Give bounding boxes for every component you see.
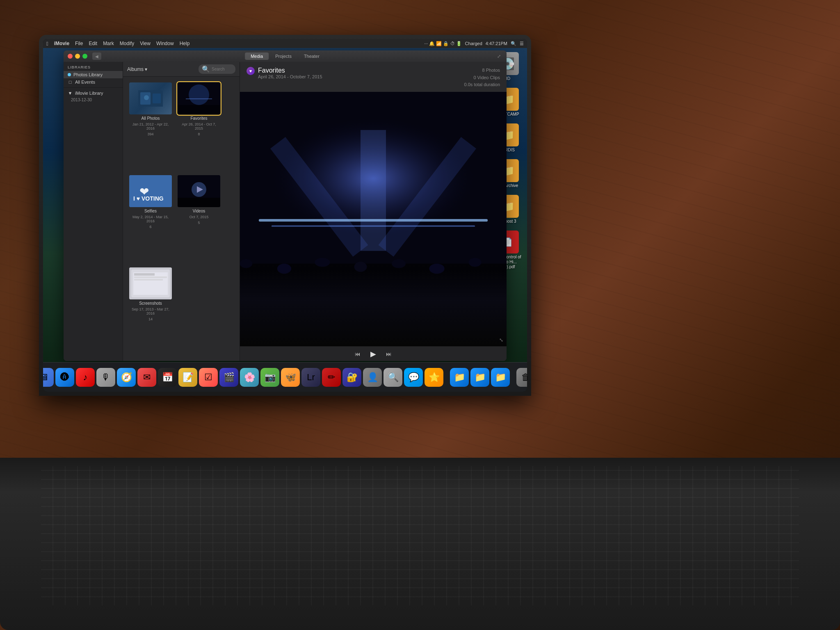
playback-controls: ⏮ ▶ ⏭	[240, 346, 507, 361]
dock-item-trash[interactable]: 🗑	[516, 368, 527, 387]
close-button[interactable]	[68, 54, 73, 59]
laptop-base	[0, 458, 840, 630]
dock-item-mail[interactable]: ✉	[137, 368, 156, 387]
screenshots-subtitle: Sep 17, 2013 - Mar 27, 2016	[129, 307, 172, 315]
dock-item-facetime[interactable]: 📷	[260, 368, 279, 387]
app-name-menu[interactable]: iMovie	[54, 41, 69, 46]
concert-crowd	[240, 270, 507, 346]
fullscreen-button[interactable]: ⤢	[495, 52, 502, 60]
selfies-thumbnail: ❤ I ♥ VOTING	[129, 175, 172, 207]
minimize-button[interactable]	[75, 54, 80, 59]
preview-title-group: Favorites April 26, 2014 - October 7, 20…	[258, 67, 464, 79]
svg-rect-8	[129, 175, 172, 207]
sidebar-item-photos-library[interactable]: Photos Library	[64, 71, 123, 78]
help-menu[interactable]: Help	[180, 41, 190, 46]
albums-panel: Albums ▾ 🔍	[123, 62, 240, 361]
dock-item-folder3[interactable]: 📁	[491, 368, 510, 387]
fullscreen-overlay-button[interactable]: ⤡	[499, 337, 503, 343]
rewind-button[interactable]: ⏮	[355, 351, 361, 357]
view-menu[interactable]: View	[140, 41, 151, 46]
tab-projects[interactable]: Projects	[269, 52, 297, 60]
dock-item-contacts[interactable]: 👤	[363, 368, 382, 387]
edit-menu[interactable]: Edit	[89, 41, 97, 46]
videos-subtitle: Oct 7, 2015	[189, 215, 209, 219]
albums-grid: All Photos Jan 21, 2012 - Apr 22, 2016 3…	[123, 77, 240, 361]
dock-item-photos[interactable]: 🌸	[240, 368, 259, 387]
play-button[interactable]: ▶	[370, 349, 376, 358]
dock-item-reminders[interactable]: ☑	[199, 368, 218, 387]
dock-item-music[interactable]: ♪	[76, 368, 95, 387]
album-screenshots[interactable]: Screenshots Sep 17, 2013 - Mar 27, 2016 …	[126, 265, 175, 358]
sidebar-divider	[64, 87, 123, 88]
dock-item-finder[interactable]: 🖥	[43, 368, 54, 387]
tab-media[interactable]: Media	[245, 52, 269, 60]
file-menu[interactable]: File	[75, 41, 83, 46]
dock-item-calendar[interactable]: 📅	[158, 368, 177, 387]
svg-rect-17	[133, 272, 168, 295]
album-selfies[interactable]: ❤ I ♥ VOTING Selfies May 2, 2014 - Mar 1…	[126, 173, 175, 265]
spotlight-icon[interactable]: 🔍	[511, 41, 516, 46]
title-bar: ◀ Media Projects Theater ⤢	[64, 50, 507, 62]
keyboard[interactable]	[41, 466, 799, 605]
maximize-button[interactable]	[82, 54, 87, 59]
sidebar-label-imovie-library: iMovie Library	[75, 91, 103, 96]
sidebar: Libraries Photos Library □ All Events ▼	[64, 62, 123, 361]
modify-menu[interactable]: Modify	[120, 41, 134, 46]
stat-video-clips: 0 Video Clips	[464, 74, 500, 82]
window-menu[interactable]: Window	[156, 41, 174, 46]
dock-item-1password[interactable]: 🔐	[342, 368, 361, 387]
all-photos-thumbnail	[129, 82, 172, 114]
videos-thumbnail	[178, 175, 220, 207]
photos-library-icon	[68, 73, 71, 76]
svg-point-36	[469, 258, 482, 267]
album-favorites[interactable]: Favorites Apr 26, 2014 - Oct 7, 2015 8	[175, 80, 223, 173]
sidebar-section-libraries: Libraries	[64, 62, 123, 71]
preview-header: ♥ Favorites April 26, 2014 - October 7, …	[240, 62, 507, 92]
main-content: Libraries Photos Library □ All Events ▼	[64, 62, 507, 361]
dock-item-safari[interactable]: 🧭	[117, 368, 136, 387]
forward-button[interactable]: ⏭	[386, 351, 392, 357]
siri-icon[interactable]: ☰	[520, 41, 524, 46]
dock-item-star[interactable]: ⭐	[425, 368, 443, 387]
selfies-thumb-img: ❤ I ♥ VOTING	[129, 175, 172, 207]
search-input[interactable]	[212, 67, 236, 71]
dock-item-butterfly[interactable]: 🦋	[281, 368, 300, 387]
album-videos[interactable]: Videos Oct 7, 2015 5	[175, 173, 223, 265]
sidebar-item-imovie-library[interactable]: ▼ iMovie Library	[64, 89, 123, 97]
dock-item-skype[interactable]: 💬	[404, 368, 423, 387]
all-photos-thumb-img	[129, 82, 172, 114]
svg-rect-27	[272, 225, 475, 226]
dock-item-scan[interactable]: 🔍	[383, 368, 402, 387]
albums-label: Albums	[127, 66, 144, 72]
dock-item-appstore[interactable]: 🅐	[55, 368, 74, 387]
dock-item-lr[interactable]: Lr	[301, 368, 320, 387]
sidebar-label-all-events: All Events	[75, 80, 95, 84]
dock-item-sketch[interactable]: ✏	[322, 368, 341, 387]
dock-item-folder1[interactable]: 📁	[450, 368, 469, 387]
menubar-left:  iMovie File Edit Mark Modify View Wind…	[46, 41, 189, 47]
search-bar[interactable]: 🔍	[199, 64, 235, 74]
album-all-photos[interactable]: All Photos Jan 21, 2012 - Apr 22, 2016 3…	[126, 80, 175, 173]
apple-menu[interactable]: 	[46, 41, 48, 47]
preview-panel: ♥ Favorites April 26, 2014 - October 7, …	[240, 62, 507, 361]
svg-point-2	[144, 95, 149, 100]
dock-item-notes[interactable]: 📝	[178, 368, 197, 387]
tab-theater[interactable]: Theater	[298, 52, 325, 60]
stat-duration: 0.0s total duration	[464, 81, 500, 89]
back-button[interactable]: ◀	[92, 52, 101, 60]
screenshots-count: 14	[148, 317, 153, 321]
mark-menu[interactable]: Mark	[103, 41, 114, 46]
dock-item-podcast[interactable]: 🎙	[96, 368, 115, 387]
albums-header: Albums ▾ 🔍	[123, 62, 240, 77]
menubar-icons: ··· 🔔 📶 🔒 ⏱ 🔋	[424, 41, 461, 46]
clock: 4:47:21PM	[486, 41, 507, 46]
screenshots-thumbnail	[129, 267, 172, 299]
imovie-window: ◀ Media Projects Theater ⤢ Libraries	[64, 50, 507, 361]
favorites-thumb-img	[178, 82, 220, 114]
dock-item-folder2[interactable]: 📁	[470, 368, 489, 387]
sidebar-item-all-events[interactable]: □ All Events	[64, 78, 123, 86]
dock-item-imovie[interactable]: 🎬	[219, 368, 238, 387]
albums-sort-chevron: ▾	[145, 66, 147, 72]
svg-rect-19	[134, 276, 167, 278]
battery-status: Charged	[465, 41, 482, 46]
